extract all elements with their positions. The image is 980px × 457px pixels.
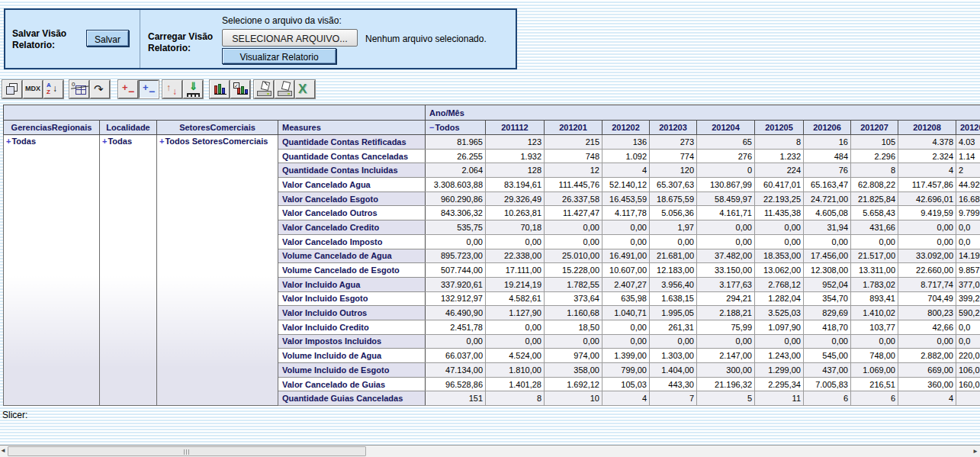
expand-icon[interactable]: − bbox=[429, 123, 434, 132]
value-cell: 1.160,68 bbox=[545, 306, 602, 320]
mdx-button[interactable]: MDX bbox=[23, 80, 43, 98]
expand-icon[interactable]: + bbox=[6, 137, 11, 146]
scrollbar-thumb[interactable] bbox=[8, 446, 366, 456]
drilldown-icon[interactable]: ⇓ bbox=[183, 80, 203, 98]
chart-options-icon[interactable]: ✓ bbox=[230, 80, 250, 98]
field-header-localidade[interactable]: Localidade bbox=[100, 121, 157, 135]
value-cell: 9.419,59 bbox=[898, 206, 956, 220]
col-header-201112[interactable]: 201112 bbox=[486, 121, 545, 135]
value-cell: 4 bbox=[602, 391, 650, 406]
measure-label: Quantidade Contas Retificadas bbox=[278, 135, 426, 150]
value-cell: 16 bbox=[804, 135, 851, 150]
col-header-201205[interactable]: 201205 bbox=[755, 121, 804, 135]
move-up-down-icon[interactable]: ↑↓ bbox=[162, 80, 182, 98]
view-report-button[interactable]: Visualizar Relatorio bbox=[222, 48, 336, 64]
value-cell: 8.717,74 bbox=[898, 277, 956, 291]
value-cell: 18,50 bbox=[545, 320, 602, 334]
value-cell: 0,00 bbox=[898, 220, 956, 235]
value-cell: 11.427,47 bbox=[545, 206, 602, 220]
value-cell: 2.768,12 bbox=[755, 277, 804, 291]
value-cell: 21.517,00 bbox=[851, 249, 898, 263]
value-cell: 0,0 bbox=[956, 220, 980, 235]
export-excel-icon[interactable]: X bbox=[295, 80, 315, 98]
value-cell: 70,18 bbox=[486, 220, 545, 235]
col-header-201207[interactable]: 201207 bbox=[851, 121, 898, 135]
value-cell: 1.810,00 bbox=[486, 363, 545, 378]
value-cell: 431,66 bbox=[851, 220, 898, 235]
value-cell: 276 bbox=[697, 149, 755, 163]
file-status-text: Nenhum arquivo selecionado. bbox=[365, 34, 487, 44]
value-cell: 960.290,86 bbox=[426, 191, 486, 206]
col-header-201201[interactable]: 201201 bbox=[545, 121, 602, 135]
value-cell: 3.177,63 bbox=[697, 277, 755, 291]
measure-label: Quantidade Contas Canceladas bbox=[278, 149, 426, 163]
col-header-201208[interactable]: 201208 bbox=[898, 121, 956, 135]
value-cell: 21.681,00 bbox=[650, 249, 697, 263]
expand-collapse-red-icon[interactable]: +− bbox=[118, 80, 138, 98]
col-header-201202[interactable]: 201202 bbox=[602, 121, 650, 135]
value-cell: 29.326,49 bbox=[486, 191, 545, 206]
col-header-todos[interactable]: −Todos bbox=[426, 121, 486, 135]
value-cell: 65.307,63 bbox=[650, 178, 697, 192]
print-preview-icon[interactable] bbox=[254, 80, 274, 98]
field-header-setorescomerciais[interactable]: SetoresComerciais bbox=[157, 121, 278, 135]
value-cell: 17.111,00 bbox=[486, 263, 545, 278]
sort-az-icon[interactable]: AZ↓ bbox=[43, 80, 63, 98]
value-cell: 26.337,58 bbox=[545, 191, 602, 206]
value-cell: 1.040,71 bbox=[602, 306, 650, 320]
value-cell: 12.308,00 bbox=[804, 263, 851, 278]
value-cell: 21.196,32 bbox=[697, 377, 755, 391]
horizontal-scrollbar[interactable]: ◄ ► bbox=[0, 445, 980, 457]
select-file-button[interactable]: SELECIONAR ARQUIVO... bbox=[222, 29, 358, 47]
value-cell: 2.147,00 bbox=[697, 349, 755, 363]
col-header-201203[interactable]: 201203 bbox=[650, 121, 697, 135]
pivot-arrow-icon[interactable]: ↷ bbox=[90, 80, 110, 98]
row-member-cell[interactable]: +Todos SetoresComerciais bbox=[157, 135, 278, 406]
value-cell: 669,00 bbox=[898, 363, 956, 378]
value-cell: 799,00 bbox=[602, 363, 650, 378]
measures-header[interactable]: Measures bbox=[278, 121, 426, 135]
row-member-cell[interactable]: +Todas bbox=[100, 135, 157, 406]
number-format-icon[interactable]: 0 bbox=[69, 80, 89, 98]
value-cell: 83.194,61 bbox=[486, 178, 545, 192]
scroll-right-arrow-icon[interactable]: ► bbox=[972, 448, 978, 455]
row-member-cell[interactable]: +Todas bbox=[4, 135, 100, 406]
value-cell: 337.920,61 bbox=[426, 277, 486, 291]
value-cell: 16.491,00 bbox=[602, 249, 650, 263]
measure-label: Valor Cancelado de Guias bbox=[278, 377, 426, 391]
value-cell: 377,0 bbox=[956, 277, 980, 291]
field-header-gerenciasregionais[interactable]: GerenciasRegionais bbox=[4, 121, 100, 135]
col-header-201204[interactable]: 201204 bbox=[697, 121, 755, 135]
chart-icon[interactable] bbox=[210, 80, 230, 98]
cube-icon[interactable] bbox=[2, 80, 22, 98]
value-cell: 4.117,78 bbox=[602, 206, 650, 220]
expand-icon[interactable]: + bbox=[159, 137, 164, 146]
scroll-left-arrow-icon[interactable]: ◄ bbox=[0, 447, 6, 454]
value-cell: 1,97 bbox=[650, 220, 697, 235]
value-cell: 6 bbox=[804, 391, 851, 406]
col-header-201206[interactable]: 201206 bbox=[804, 121, 851, 135]
value-cell: 360,00 bbox=[898, 377, 956, 391]
col-header-201209[interactable]: 201209 bbox=[956, 121, 980, 135]
expand-icon[interactable]: + bbox=[102, 137, 107, 146]
value-cell: 62.808,22 bbox=[851, 178, 898, 192]
value-cell: 0,00 bbox=[650, 334, 697, 349]
value-cell: 545,00 bbox=[804, 349, 851, 363]
value-cell: 120 bbox=[650, 163, 697, 178]
value-cell: 294,21 bbox=[697, 291, 755, 306]
value-cell: 3.308.603,88 bbox=[426, 178, 486, 192]
value-cell: 8 bbox=[755, 135, 804, 150]
value-cell: 0,00 bbox=[602, 234, 650, 249]
value-cell: 11.435,38 bbox=[755, 206, 804, 220]
measure-label: Volume Cancelado de Esgoto bbox=[278, 263, 426, 278]
value-cell: 443,30 bbox=[650, 377, 697, 391]
value-cell: 418,70 bbox=[804, 320, 851, 334]
save-button[interactable]: Salvar bbox=[86, 30, 129, 47]
value-cell: 65.163,47 bbox=[804, 178, 851, 192]
expand-collapse-blue-icon[interactable]: +− bbox=[139, 80, 159, 98]
print-icon[interactable] bbox=[275, 80, 294, 98]
value-cell: 10.607,00 bbox=[602, 263, 650, 278]
column-dimension-header[interactable]: Ano/Mês bbox=[426, 105, 980, 121]
value-cell: 2 bbox=[956, 163, 980, 178]
value-cell: 4 bbox=[898, 163, 956, 178]
